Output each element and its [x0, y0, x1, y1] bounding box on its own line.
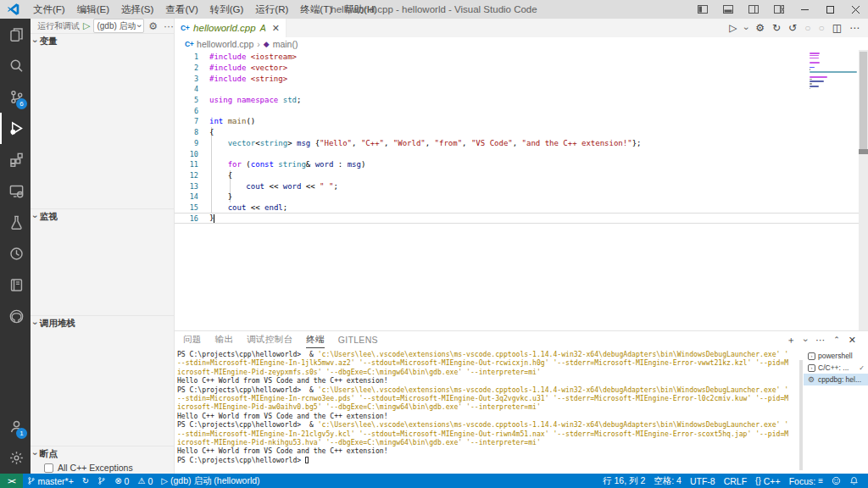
toggle-sidebar-icon[interactable]	[690, 0, 715, 19]
code-line[interactable]: 12 {	[175, 170, 868, 181]
eol[interactable]: CRLF	[720, 474, 751, 488]
exception-checkbox-row[interactable]: All C++ Exceptions	[31, 461, 174, 474]
close-button[interactable]	[843, 0, 868, 19]
panel-more-icon[interactable]: ⋯	[815, 335, 825, 346]
menu-item[interactable]: 帮助(H)	[338, 0, 383, 19]
minimap[interactable]	[810, 53, 857, 91]
search-icon[interactable]	[0, 50, 31, 81]
tab-helloworld[interactable]: C+ helloworld.cpp A ✕	[175, 19, 287, 37]
code-line[interactable]: 8{	[175, 127, 868, 138]
sidebar-more-icon[interactable]: ···	[162, 20, 175, 32]
remote-indicator[interactable]: ><	[0, 474, 23, 488]
run-dropdown-icon[interactable]: ›	[742, 26, 751, 30]
start-debug-button[interactable]: ▷	[82, 21, 91, 30]
encoding[interactable]: UTF-8	[686, 474, 720, 488]
maximize-button[interactable]	[817, 0, 843, 19]
history-icon[interactable]: ○	[818, 23, 824, 33]
code-line[interactable]: 16}	[175, 213, 868, 224]
section-header[interactable]: ›监视	[31, 209, 174, 224]
menu-item[interactable]: 文件(F)	[27, 0, 71, 19]
language-mode[interactable]: {}C++	[751, 474, 785, 488]
code-line[interactable]: 14 }	[175, 191, 868, 202]
indentation[interactable]: 空格: 4	[649, 474, 686, 488]
menu-item[interactable]: 运行(R)	[249, 0, 294, 19]
github-icon[interactable]	[0, 301, 31, 332]
feedback[interactable]	[827, 474, 845, 488]
terminal-list-item[interactable]: ›powershell	[804, 350, 868, 362]
section-header[interactable]: ›调用堆栈	[31, 316, 174, 330]
customize-layout-icon[interactable]	[766, 0, 792, 19]
minimize-button[interactable]	[792, 0, 817, 19]
panel-tab-终端[interactable]: 终端	[306, 331, 325, 348]
close-panel-icon[interactable]: ✕	[849, 335, 856, 346]
panel-tab-输出[interactable]: 输出	[215, 331, 234, 348]
scrollbar-nub[interactable]	[859, 149, 868, 154]
code-line[interactable]: 6	[175, 105, 868, 116]
toggle-secondary-sidebar-icon[interactable]	[741, 0, 766, 19]
split-editor-icon[interactable]: ◫	[832, 23, 842, 33]
maximize-panel-icon[interactable]: ⌃	[833, 336, 840, 344]
menu-item[interactable]: 终端(T)	[294, 0, 338, 19]
focus[interactable]: Focus:≡	[785, 474, 827, 488]
terminal-scrollbar[interactable]	[799, 348, 804, 474]
section-header[interactable]: ›变量	[31, 34, 174, 48]
testing-icon[interactable]	[0, 207, 31, 238]
code-line[interactable]: 7int main()	[175, 116, 868, 127]
errors[interactable]: ⊗0	[110, 474, 133, 488]
section-header[interactable]: ›断点	[31, 446, 174, 461]
extensions-icon[interactable]	[0, 144, 31, 175]
menu-item[interactable]: 编辑(E)	[71, 0, 115, 19]
panel-tab-GITLENS[interactable]: GITLENS	[338, 331, 378, 348]
debug-status[interactable]: ▷(gdb) 启动 (helloworld)	[157, 474, 264, 488]
launch-config-select[interactable]: (gdb) 启动›	[93, 19, 144, 33]
forward-icon[interactable]: ○	[804, 23, 810, 33]
editor-scrollbar[interactable]	[859, 50, 868, 330]
menu-item[interactable]: 选择(S)	[115, 0, 159, 19]
git-branch[interactable]: master*+	[23, 474, 78, 488]
breadcrumb[interactable]: C+ helloworld.cpp › ◆ main()	[175, 37, 868, 50]
code-line[interactable]: 13 cout << word << " ";	[175, 180, 868, 191]
panel-tab-调试控制台[interactable]: 调试控制台	[247, 331, 292, 348]
code-line[interactable]: 10	[175, 148, 868, 159]
notifications[interactable]	[845, 474, 863, 488]
code-line[interactable]: 15 cout << endl;	[175, 202, 868, 214]
terminal-list-item[interactable]: ⚙cppdbg: hel...	[804, 374, 868, 385]
remote-explorer-icon[interactable]	[0, 175, 31, 207]
sync-status[interactable]: ↻	[78, 474, 93, 488]
code-line[interactable]: 2#include <vector>	[175, 63, 868, 74]
code-line[interactable]: 3#include <string>	[175, 73, 868, 84]
code-editor[interactable]: 1#include <iostream>2#include <vector>3#…	[175, 50, 868, 330]
checkbox[interactable]	[44, 463, 53, 473]
toggle-panel-icon[interactable]	[715, 0, 741, 19]
breadcrumb-file[interactable]: helloworld.cpp	[197, 39, 253, 49]
menu-item[interactable]: 转到(G)	[204, 0, 250, 19]
explorer-icon[interactable]	[0, 19, 31, 50]
code-line[interactable]: 9 vector<string> msg {"Hello", "C++", "W…	[175, 138, 868, 149]
more-actions-icon[interactable]: ⋯	[849, 23, 860, 33]
settings-gear-icon[interactable]: ⚙	[755, 23, 765, 33]
code-line[interactable]: 5using namespace std;	[175, 95, 868, 106]
warnings[interactable]: ⚠0	[133, 474, 157, 488]
settings-gear-icon[interactable]	[0, 442, 31, 474]
terminal-output[interactable]: PS C:\projects\cpp\helloworld> & 'c:\Use…	[175, 348, 799, 474]
tab-close-icon[interactable]: ✕	[270, 23, 280, 34]
notebook-icon[interactable]	[0, 269, 31, 301]
code-line[interactable]: 11 for (const string& word : msg)	[175, 159, 868, 170]
restart-icon[interactable]: ↻	[772, 23, 781, 33]
source-control-icon[interactable]: 6	[0, 81, 31, 113]
debug-gear-icon[interactable]: ⚙	[147, 20, 159, 32]
terminal-dropdown-icon[interactable]: ›	[801, 338, 810, 341]
cursor-position[interactable]: 行 16, 列 2	[598, 474, 649, 488]
new-terminal-icon[interactable]: ＋	[787, 334, 796, 347]
run-debug-icon[interactable]	[0, 113, 31, 144]
terminal-list-item[interactable]: ›C/C++: ...✓	[804, 362, 868, 374]
code-line[interactable]: 4	[175, 84, 868, 95]
gitlens-branch[interactable]	[93, 474, 110, 488]
back-icon[interactable]: ↺	[788, 23, 797, 33]
menu-item[interactable]: 查看(V)	[159, 0, 203, 19]
breadcrumb-symbol[interactable]: main()	[273, 39, 298, 49]
account-icon[interactable]: 1	[0, 411, 31, 442]
run-button[interactable]: ▷	[729, 23, 737, 33]
scrollbar-thumb[interactable]	[860, 52, 867, 152]
clock-icon[interactable]	[0, 238, 31, 269]
